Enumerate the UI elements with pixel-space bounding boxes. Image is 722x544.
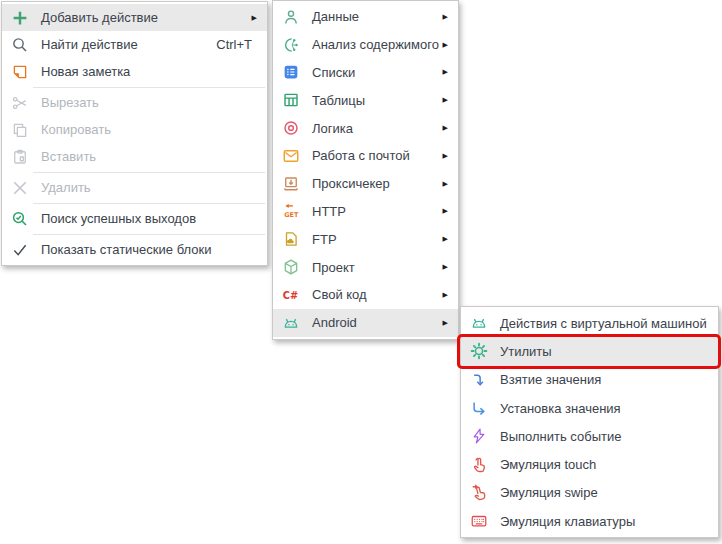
menu-item-add-action[interactable]: Добавить действие▶ bbox=[2, 4, 267, 31]
menu-item-content-analysis[interactable]: Анализ содержимого▶ bbox=[273, 31, 458, 59]
swipe-icon bbox=[469, 483, 489, 503]
note-icon bbox=[10, 62, 30, 82]
menu-item-find-action[interactable]: Найти действиеCtrl+T bbox=[2, 31, 267, 58]
context-menu-android: Действия с виртуальной машинойУтилитыВзя… bbox=[460, 306, 719, 538]
menu-item-own-code[interactable]: C#Свой код▶ bbox=[273, 281, 458, 309]
menu-item-label: Найти действие bbox=[41, 37, 138, 52]
menu-item-label: Вставить bbox=[41, 149, 96, 164]
menu-item-label: Работа с почтой bbox=[312, 148, 410, 163]
menu-item-logic[interactable]: Логика▶ bbox=[273, 114, 458, 142]
menu-item-http[interactable]: GETHTTP▶ bbox=[273, 198, 458, 226]
android-icon bbox=[281, 313, 301, 333]
menu-separator bbox=[33, 203, 265, 204]
logic-icon bbox=[281, 118, 301, 138]
submenu-arrow-icon: ▶ bbox=[443, 319, 448, 327]
menu-item-label: Эмуляция swipe bbox=[500, 485, 598, 500]
event-icon bbox=[469, 426, 489, 446]
svg-text:GET: GET bbox=[284, 211, 299, 219]
menu-item-label: Данные bbox=[312, 9, 359, 24]
ftp-icon bbox=[281, 229, 301, 249]
menu-item-get-value[interactable]: Взятие значения bbox=[461, 366, 718, 394]
submenu-arrow-icon: ▶ bbox=[443, 41, 448, 49]
context-menu-add-action: Данные▶Анализ содержимого▶Списки▶Таблицы… bbox=[272, 0, 459, 340]
menu-item-label: Действия с виртуальной машиной bbox=[500, 316, 707, 331]
mail-icon bbox=[281, 146, 301, 166]
csharp-icon: C# bbox=[281, 285, 301, 305]
menu-item-copy: Копировать bbox=[2, 116, 267, 143]
setval-icon bbox=[469, 398, 489, 418]
list-icon bbox=[281, 62, 301, 82]
submenu-arrow-icon: ▶ bbox=[443, 68, 448, 76]
menu-item-search-successful-exits[interactable]: Поиск успешных выходов bbox=[2, 205, 267, 232]
submenu-arrow-icon: ▶ bbox=[443, 291, 448, 299]
submenu-arrow-icon: ▶ bbox=[252, 14, 257, 22]
submenu-arrow-icon: ▶ bbox=[443, 263, 448, 271]
menu-item-cut: Вырезать bbox=[2, 89, 267, 116]
takeval-icon bbox=[469, 370, 489, 390]
menu-item-set-value[interactable]: Установка значения bbox=[461, 394, 718, 422]
menu-item-label: Эмуляция клавиатуры bbox=[500, 514, 635, 529]
menu-item-label: Взятие значения bbox=[500, 372, 601, 387]
menu-item-new-note[interactable]: Новая заметка bbox=[2, 58, 267, 85]
proxy-icon bbox=[281, 174, 301, 194]
searchok-icon bbox=[10, 209, 30, 229]
menu-item-ftp[interactable]: FTP▶ bbox=[273, 225, 458, 253]
menu-item-email-work[interactable]: Работа с почтой▶ bbox=[273, 142, 458, 170]
menu-item-emulate-keyboard[interactable]: Эмуляция клавиатуры bbox=[461, 507, 718, 535]
menu-item-label: Списки bbox=[312, 65, 355, 80]
project-icon bbox=[281, 257, 301, 277]
copy-icon bbox=[10, 120, 30, 140]
plus-icon bbox=[10, 8, 30, 28]
submenu-arrow-icon: ▶ bbox=[443, 13, 448, 21]
menu-item-project[interactable]: Проект▶ bbox=[273, 253, 458, 281]
menu-item-label: Копировать bbox=[41, 122, 111, 137]
context-menu-main: Добавить действие▶Найти действиеCtrl+TНо… bbox=[1, 1, 268, 266]
menu-item-label: Анализ содержимого bbox=[312, 37, 439, 52]
menu-item-label: Выполнить событие bbox=[500, 429, 621, 444]
menu-item-proxychecker[interactable]: Проксичекер▶ bbox=[273, 170, 458, 198]
menu-item-label: Добавить действие bbox=[41, 10, 158, 25]
menu-item-label: Проксичекер bbox=[312, 176, 390, 191]
menu-item-label: Свой код bbox=[312, 287, 367, 302]
menu-item-emulate-swipe[interactable]: Эмуляция swipe bbox=[461, 479, 718, 507]
menu-item-label: Показать статические блоки bbox=[41, 242, 211, 257]
menu-item-utilities[interactable]: Утилиты bbox=[461, 337, 718, 365]
menu-separator bbox=[33, 172, 265, 173]
submenu-arrow-icon: ▶ bbox=[443, 96, 448, 104]
submenu-arrow-icon: ▶ bbox=[443, 207, 448, 215]
menu-item-label: Удалить bbox=[41, 180, 91, 195]
gear-icon bbox=[469, 341, 489, 361]
menu-item-run-event[interactable]: Выполнить событие bbox=[461, 422, 718, 450]
table-icon bbox=[281, 90, 301, 110]
menu-item-label: Новая заметка bbox=[41, 64, 130, 79]
menu-item-label: Android bbox=[312, 315, 357, 330]
menu-item-label: Логика bbox=[312, 121, 353, 136]
menu-item-tables[interactable]: Таблицы▶ bbox=[273, 86, 458, 114]
menu-item-show-static-blocks[interactable]: Показать статические блоки bbox=[2, 236, 267, 263]
android-icon bbox=[469, 313, 489, 333]
touch-icon bbox=[469, 455, 489, 475]
menu-item-lists[interactable]: Списки▶ bbox=[273, 59, 458, 87]
menu-item-android[interactable]: Android▶ bbox=[273, 309, 458, 337]
menu-item-label: FTP bbox=[312, 232, 337, 247]
menu-item-label: Поиск успешных выходов bbox=[41, 211, 196, 226]
menu-item-emulate-touch[interactable]: Эмуляция touch bbox=[461, 450, 718, 478]
delete-icon bbox=[10, 178, 30, 198]
svg-text:C#: C# bbox=[283, 289, 298, 300]
menu-item-data[interactable]: Данные▶ bbox=[273, 3, 458, 31]
menu-item-delete: Удалить bbox=[2, 174, 267, 201]
cut-icon bbox=[10, 93, 30, 113]
annotation-highlight-box bbox=[457, 334, 721, 368]
menu-item-label: Эмуляция touch bbox=[500, 457, 596, 472]
check-icon bbox=[10, 240, 30, 260]
submenu-arrow-icon: ▶ bbox=[443, 124, 448, 132]
menu-item-label: Проект bbox=[312, 260, 355, 275]
menu-item-label: Вырезать bbox=[41, 95, 99, 110]
menu-item-label: Утилиты bbox=[500, 344, 552, 359]
menu-separator bbox=[33, 87, 265, 88]
person-icon bbox=[281, 7, 301, 27]
submenu-arrow-icon: ▶ bbox=[443, 152, 448, 160]
keyboard-icon bbox=[469, 511, 489, 531]
menu-item-vm-actions[interactable]: Действия с виртуальной машиной bbox=[461, 309, 718, 337]
menu-item-label: Таблицы bbox=[312, 93, 365, 108]
